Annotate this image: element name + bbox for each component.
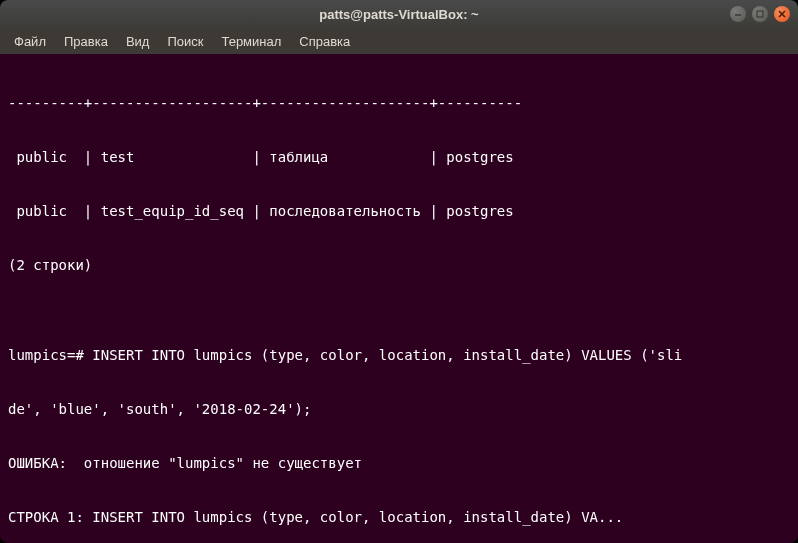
menu-help[interactable]: Справка	[291, 31, 358, 52]
terminal-line: СТРОКА 1: INSERT INTO lumpics (type, col…	[8, 508, 790, 526]
close-icon	[777, 9, 787, 19]
maximize-icon	[755, 9, 765, 19]
minimize-button[interactable]	[730, 6, 746, 22]
terminal-line: ---------+-------------------+----------…	[8, 94, 790, 112]
terminal-line: ОШИБКА: отношение "lumpics" не существуе…	[8, 454, 790, 472]
terminal-line: lumpics=# INSERT INTO lumpics (type, col…	[8, 346, 790, 364]
terminal-line: de', 'blue', 'south', '2018-02-24');	[8, 400, 790, 418]
menu-edit[interactable]: Правка	[56, 31, 116, 52]
menu-terminal[interactable]: Терминал	[213, 31, 289, 52]
terminal-body[interactable]: ---------+-------------------+----------…	[0, 54, 798, 543]
menu-file[interactable]: Файл	[6, 31, 54, 52]
window-title: patts@patts-VirtualBox: ~	[319, 7, 478, 22]
maximize-button[interactable]	[752, 6, 768, 22]
terminal-line: (2 строки)	[8, 256, 790, 274]
minimize-icon	[733, 9, 743, 19]
menu-view[interactable]: Вид	[118, 31, 158, 52]
menu-search[interactable]: Поиск	[159, 31, 211, 52]
terminal-line: public | test | таблица | postgres	[8, 148, 790, 166]
terminal-line: public | test_equip_id_seq | последовате…	[8, 202, 790, 220]
titlebar: patts@patts-VirtualBox: ~	[0, 0, 798, 28]
terminal-window: patts@patts-VirtualBox: ~ Файл Правка Ви…	[0, 0, 798, 543]
menubar: Файл Правка Вид Поиск Терминал Справка	[0, 28, 798, 54]
svg-rect-1	[757, 11, 763, 17]
window-controls	[730, 6, 790, 22]
close-button[interactable]	[774, 6, 790, 22]
